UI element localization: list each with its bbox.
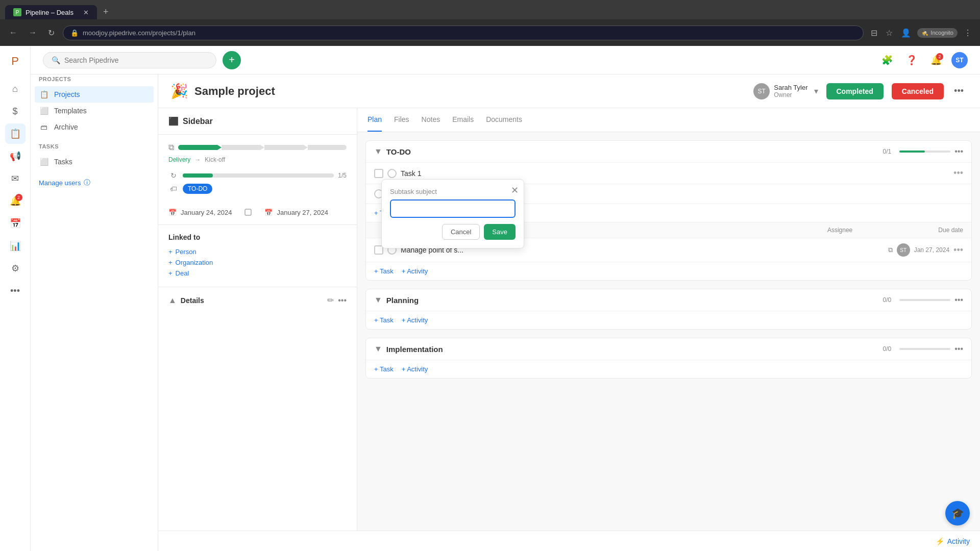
planning-progress-label: 0/0 [883,296,892,304]
manage-users[interactable]: Manage users ⓘ [31,174,158,191]
archive-icon: 🗃 [39,123,49,131]
templates-icon: ⬜ [39,107,49,115]
url-text: moodjoy.pipedrive.com/projects/1/plan [83,29,195,37]
sidebar: ☰ Projects / Projects PROJECTS 📋 Project… [31,46,158,551]
reload-button[interactable]: ↻ [45,26,58,40]
bookmark-star-icon[interactable]: ☆ [884,26,895,40]
details-edit-icon[interactable]: ✏ [327,295,334,305]
dates-sep [244,208,252,216]
stage-bar [178,145,347,150]
nav-icon-campaigns[interactable]: 📢 [5,146,26,166]
tab-notes[interactable]: Notes [422,108,440,132]
todo-more-btn[interactable]: ••• [954,147,963,156]
task1-check[interactable] [387,169,397,178]
nav-icon-home[interactable]: ⌂ [5,79,26,99]
owner-dropdown-icon[interactable]: ▾ [812,84,820,98]
dates-section: 📅 January 24, 2024 📅 January 27, 2024 [158,206,357,224]
implementation-progress-bar [899,348,950,350]
planning-add-activity-link[interactable]: + Activity [402,316,428,324]
tab-documents[interactable]: Documents [486,108,522,132]
stage-1 [178,145,217,150]
address-bar[interactable]: 🔒 moodjoy.pipedrive.com/projects/1/plan [63,26,864,40]
stage-arrow-3 [304,145,308,150]
linked-org[interactable]: + Organization [168,257,347,268]
task1-more[interactable]: ••• [953,168,963,179]
implementation-section-header[interactable]: ▼ Implementation 0/0 ••• [366,338,971,360]
planning-add-task-link[interactable]: + Task [374,316,394,324]
profile-icon[interactable]: 👤 [899,26,913,40]
canceled-button[interactable]: Canceled [892,83,944,99]
todo-section-header[interactable]: ▼ TO-DO 0/1 ••• [366,141,971,162]
progress-fill [183,173,213,178]
stage-4 [308,145,347,150]
projects-section: PROJECTS 📋 Projects ⬜ Templates 🗃 Archiv… [31,72,158,139]
extensions-icon[interactable]: ⋮ [962,26,974,40]
subtask-close-button[interactable]: ✕ [511,185,519,196]
activity-tab[interactable]: ⚡ Activity [936,537,970,545]
task1-checkbox-square[interactable] [374,169,383,178]
nav-icon-projects[interactable]: 📋 [5,123,26,144]
plus-icon-deal: + [168,269,173,277]
details-more-icon[interactable]: ••• [338,296,347,305]
manage-assignee-chip: ST [897,243,910,257]
pipedrive-logo[interactable]: P [5,51,26,71]
forward-button[interactable]: → [26,26,40,39]
manage-more-btn[interactable]: ••• [953,245,963,256]
back-button[interactable]: ← [6,26,20,39]
subtask-cancel-button[interactable]: Cancel [442,224,480,240]
tab-plan[interactable]: Plan [368,108,382,132]
sidebar-item-tasks[interactable]: ⬜ Tasks [31,154,158,170]
progress-row: ↻ 1/5 [168,171,347,180]
project-more-button[interactable]: ••• [950,84,968,98]
linked-deal[interactable]: + Deal [168,268,347,279]
manage-add-task-link[interactable]: + Task [374,267,394,275]
implementation-chevron: ▼ [374,344,382,354]
copy-icon[interactable]: ⧉ [888,246,893,254]
sidebar-item-archive[interactable]: 🗃 Archive [31,119,158,135]
subtask-row: ✕ Subtask subject Cancel Save [366,184,971,204]
details-collapse-icon[interactable]: ▲ [168,296,177,305]
end-date-value: January 27, 2024 [277,209,328,216]
nav-icon-more[interactable]: ••• [5,281,26,301]
projects-icon: 📋 [39,90,49,98]
sidebar-item-templates-label: Templates [54,107,87,115]
browser-tabs: P Pipeline – Deals ✕ + [0,0,980,19]
owner-name: Sarah Tyler [774,84,807,91]
helper-button[interactable]: 🎓 [945,501,970,525]
task1-name[interactable]: Task 1 [401,169,949,178]
tab-emails[interactable]: Emails [452,108,474,132]
progress-section: ↻ 1/5 🏷 TO-DO [158,171,357,206]
manage-add-activity-link[interactable]: + Activity [402,267,428,275]
linked-person[interactable]: + Person [168,246,347,257]
left-nav: P ⌂ $ 📋 📢 ✉ 🔔 2 📅 📊 ⚙ ••• [0,46,31,551]
nav-icon-settings[interactable]: ⚙ [5,258,26,279]
cast-icon[interactable]: ⊟ [869,26,879,40]
stage-label-kickoff: Kick-off [205,156,225,163]
tab-close-icon[interactable]: ✕ [83,9,89,16]
nav-icon-deals[interactable]: $ [5,101,26,121]
stage-labels: Delivery → Kick-off [168,156,347,163]
subtask-save-button[interactable]: Save [484,224,516,240]
sidebar-item-projects[interactable]: 📋 Projects [35,86,154,103]
completed-button[interactable]: Completed [826,83,884,99]
new-tab-button[interactable]: + [99,5,113,19]
col-duedate-header: Due date [938,227,963,234]
nav-icon-calendar[interactable]: 📅 [5,213,26,234]
planning-more-btn[interactable]: ••• [954,295,963,305]
implementation-more-btn[interactable]: ••• [954,344,963,354]
planning-section-header[interactable]: ▼ Planning 0/0 ••• [366,289,971,311]
collapse-icon[interactable]: ⬛ [168,116,179,126]
nav-icon-analytics[interactable]: 📊 [5,236,26,256]
implementation-add-task-link[interactable]: + Task [374,365,394,373]
nav-icon-notification[interactable]: 🔔 2 [5,191,26,211]
implementation-add-activity-link[interactable]: + Activity [402,365,428,373]
pipeline-track-icon: ⧉ [168,143,347,152]
nav-icon-mail[interactable]: ✉ [5,168,26,189]
sidebar-item-templates[interactable]: ⬜ Templates [31,103,158,119]
tasks-section-label: TASKS [31,143,158,154]
owner-label: Owner [774,91,807,98]
project-title[interactable]: Sample project [194,85,275,98]
subtask-input[interactable] [390,199,516,218]
tab-files[interactable]: Files [394,108,409,132]
tag-row: 🏷 TO-DO [168,184,347,194]
